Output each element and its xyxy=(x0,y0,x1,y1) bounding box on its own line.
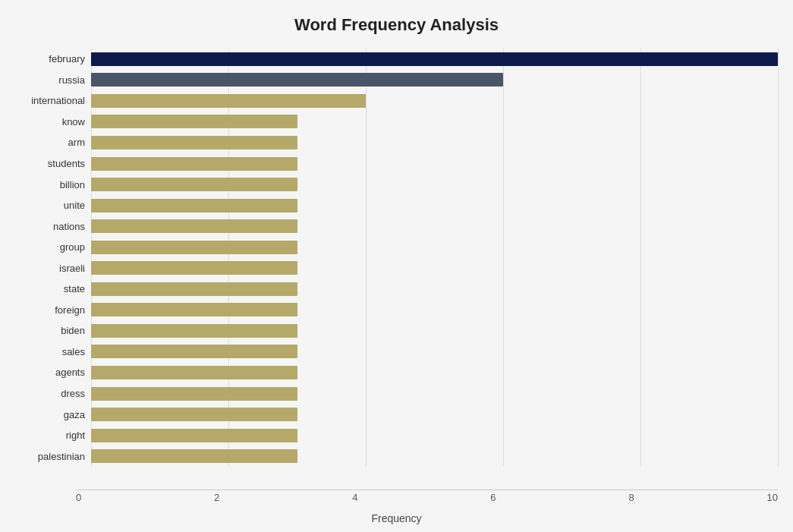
bar-foreign xyxy=(91,303,297,316)
bar-arm xyxy=(91,136,297,150)
bar-right xyxy=(91,429,297,442)
bar-row-group xyxy=(91,239,778,256)
bar-dress xyxy=(91,387,297,401)
x-tick-6: 6 xyxy=(490,492,496,503)
chart-container: Word Frequency Analysis februaryrussiain… xyxy=(0,0,793,532)
y-label-russia: russia xyxy=(58,71,85,88)
bar-row-palestinian xyxy=(91,448,778,464)
y-label-agents: agents xyxy=(55,364,85,381)
bar-gaza xyxy=(91,408,297,421)
bar-february xyxy=(91,52,778,66)
y-label-february: february xyxy=(49,51,85,68)
grid-line-0 xyxy=(91,49,92,467)
bar-row-arm xyxy=(91,134,778,151)
y-axis: februaryrussiainternationalknowarmstuden… xyxy=(15,49,91,467)
bar-row-international xyxy=(91,93,778,109)
y-label-group: group xyxy=(60,239,85,256)
y-label-dress: dress xyxy=(61,386,85,402)
bar-israeli xyxy=(91,261,297,275)
grid-line-4 xyxy=(366,49,367,467)
bar-row-state xyxy=(91,281,778,297)
x-tick-0: 0 xyxy=(76,492,81,503)
bar-russia xyxy=(91,73,503,87)
y-label-nations: nations xyxy=(53,218,85,235)
y-label-israeli: israeli xyxy=(59,260,85,276)
grid-line-10 xyxy=(778,49,779,467)
bar-billion xyxy=(91,178,297,191)
y-label-gaza: gaza xyxy=(64,406,85,423)
x-tick-4: 4 xyxy=(352,492,357,503)
x-axis-line xyxy=(76,490,778,490)
bar-agents xyxy=(91,366,297,379)
x-tick-8: 8 xyxy=(628,492,634,503)
bar-row-students xyxy=(91,156,778,172)
bar-row-know xyxy=(91,113,778,130)
bar-row-february xyxy=(91,51,778,68)
y-label-sales: sales xyxy=(62,343,85,360)
bar-group xyxy=(91,241,297,254)
y-label-arm: arm xyxy=(68,134,85,151)
x-axis-label: Frequency xyxy=(0,512,793,524)
bar-unite xyxy=(91,199,297,212)
y-label-unite: unite xyxy=(64,197,85,214)
y-label-palestinian: palestinian xyxy=(38,448,85,464)
bars-and-grid xyxy=(91,49,778,467)
bar-row-russia xyxy=(91,71,778,88)
y-label-biden: biden xyxy=(61,323,85,339)
y-label-know: know xyxy=(62,113,85,130)
bar-nations xyxy=(91,219,297,233)
bar-row-billion xyxy=(91,176,778,193)
x-axis: 0246810 xyxy=(76,492,778,503)
y-label-international: international xyxy=(31,93,85,109)
bar-row-dress xyxy=(91,386,778,402)
y-label-foreign: foreign xyxy=(55,301,85,318)
bar-row-biden xyxy=(91,323,778,339)
bar-biden xyxy=(91,324,297,338)
y-label-billion: billion xyxy=(60,176,85,193)
grid-line-6 xyxy=(503,49,504,467)
chart-area: februaryrussiainternationalknowarmstuden… xyxy=(15,49,778,467)
grid-lines xyxy=(91,49,778,467)
y-label-right: right xyxy=(66,427,85,444)
grid-line-8 xyxy=(640,49,641,467)
bar-row-foreign xyxy=(91,301,778,318)
bar-row-israeli xyxy=(91,260,778,276)
bar-row-sales xyxy=(91,343,778,360)
bar-international xyxy=(91,94,366,108)
bar-row-gaza xyxy=(91,406,778,423)
chart-title: Word Frequency Analysis xyxy=(15,15,778,35)
y-label-students: students xyxy=(48,156,85,172)
bar-students xyxy=(91,157,297,171)
bar-row-nations xyxy=(91,218,778,235)
x-tick-2: 2 xyxy=(214,492,219,503)
bar-row-agents xyxy=(91,364,778,381)
bar-row-right xyxy=(91,427,778,444)
x-tick-10: 10 xyxy=(766,492,777,503)
bar-palestinian xyxy=(91,449,297,463)
bar-state xyxy=(91,282,297,296)
bar-sales xyxy=(91,345,297,358)
bar-row-unite xyxy=(91,197,778,214)
y-label-state: state xyxy=(64,281,85,297)
grid-line-2 xyxy=(228,49,229,467)
bar-know xyxy=(91,115,297,128)
